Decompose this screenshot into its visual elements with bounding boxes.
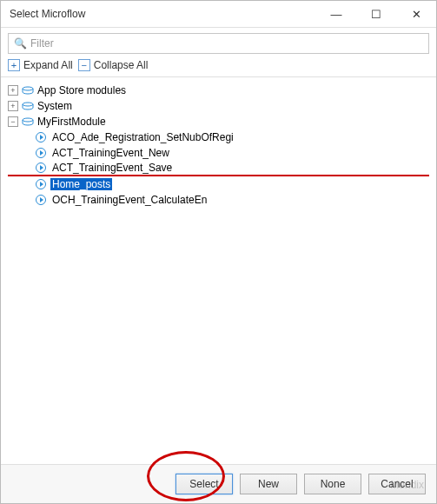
new-button[interactable]: New <box>240 474 297 494</box>
none-button[interactable]: None <box>304 474 361 494</box>
expand-all-label: Expand All <box>23 59 73 71</box>
tree-node-microflow[interactable]: ACT_TrainingEvent_New <box>8 145 429 161</box>
module-icon <box>22 86 34 95</box>
tree-node-microflow-selected[interactable]: Home_posts <box>8 176 429 192</box>
tree-node-microflow[interactable]: ACT_TrainingEvent_Save <box>8 161 429 176</box>
spacer <box>22 195 32 205</box>
collapse-all-button[interactable]: − Collapse All <box>78 59 149 71</box>
cancel-button[interactable]: Cancel <box>368 474 426 494</box>
tree-label: ACT_TrainingEvent_New <box>50 147 171 159</box>
tree-node-app-store[interactable]: + App Store modules <box>8 83 429 98</box>
microflow-icon <box>36 148 46 158</box>
svg-point-2 <box>23 118 33 122</box>
tree-label: ACT_TrainingEvent_Save <box>50 162 174 174</box>
tree-label: App Store modules <box>36 84 128 96</box>
close-button[interactable]: ✕ <box>396 1 436 27</box>
spacer <box>22 132 32 143</box>
search-icon: 🔍 <box>14 37 27 50</box>
tree-label: MyFirstModule <box>36 116 108 128</box>
tree-node-system[interactable]: + System <box>8 98 429 114</box>
tree-node-microflow[interactable]: ACO_Ade_Registration_SetNubOfRegi <box>8 129 429 145</box>
maximize-button[interactable]: ☐ <box>356 1 396 27</box>
tree-label: Home_posts <box>50 178 112 190</box>
svg-point-1 <box>23 103 33 106</box>
tree-node-myfirstmodule[interactable]: − MyFirstModule <box>8 114 429 129</box>
minus-icon: − <box>78 59 90 71</box>
filter-toolbar: 🔍 <box>1 27 436 56</box>
window-title: Select Microflow <box>10 8 316 20</box>
microflow-icon <box>36 179 46 189</box>
select-button[interactable]: Select <box>175 474 233 494</box>
module-icon <box>22 117 34 126</box>
plus-icon: + <box>8 59 20 71</box>
svg-point-0 <box>23 87 33 90</box>
tree-view[interactable]: + App Store modules + System − MyFirstMo… <box>1 77 436 464</box>
spacer <box>22 162 32 173</box>
expander-icon[interactable]: + <box>8 85 18 96</box>
tree-label: System <box>36 100 74 112</box>
filter-input[interactable] <box>30 37 423 50</box>
expand-all-button[interactable]: + Expand All <box>8 59 73 71</box>
collapse-all-label: Collapse All <box>94 59 149 71</box>
microflow-icon <box>36 132 46 143</box>
spacer <box>22 179 32 189</box>
titlebar: Select Microflow — ☐ ✕ <box>1 1 436 27</box>
minimize-button[interactable]: — <box>316 1 356 27</box>
module-icon <box>22 102 34 110</box>
tree-label: OCH_TrainingEvent_CalculateEn <box>50 194 209 206</box>
expander-icon[interactable]: + <box>8 101 18 111</box>
tree-node-microflow[interactable]: OCH_TrainingEvent_CalculateEn <box>8 192 429 208</box>
filter-box[interactable]: 🔍 <box>8 33 429 54</box>
button-row: Select New None Cancel <box>1 464 436 503</box>
microflow-icon <box>36 195 46 205</box>
spacer <box>22 148 32 158</box>
microflow-icon <box>36 162 46 173</box>
tree-label: ACO_Ade_Registration_SetNubOfRegi <box>50 131 235 143</box>
expander-icon[interactable]: − <box>8 116 18 127</box>
expand-toolbar: + Expand All − Collapse All <box>1 56 436 77</box>
